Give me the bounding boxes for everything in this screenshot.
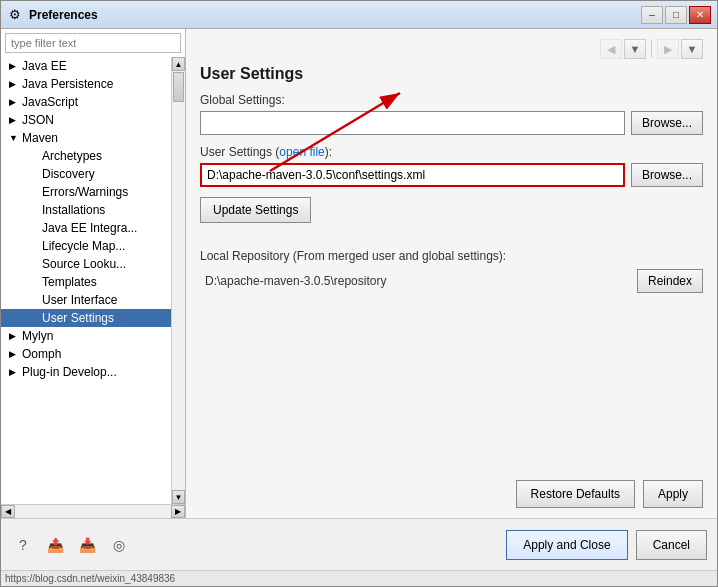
settings-button[interactable]: ◎ bbox=[107, 533, 131, 557]
back-dropdown-button[interactable]: ▼ bbox=[624, 39, 646, 59]
update-settings-container: Update Settings bbox=[200, 197, 703, 237]
sidebar-item-discovery[interactable]: Discovery bbox=[1, 165, 171, 183]
title-bar: ⚙ Preferences – □ ✕ bbox=[1, 1, 717, 29]
sidebar-item-label: Maven bbox=[22, 131, 58, 145]
sidebar-item-label: User Settings bbox=[42, 311, 114, 325]
sidebar-item-plugin-development[interactable]: ▶ Plug-in Develop... bbox=[1, 363, 171, 381]
panel-title: User Settings bbox=[200, 65, 703, 83]
sidebar-item-user-settings[interactable]: User Settings bbox=[1, 309, 171, 327]
sidebar-item-user-interface[interactable]: User Interface bbox=[1, 291, 171, 309]
import-icon: 📥 bbox=[79, 537, 96, 553]
sidebar-item-installations[interactable]: Installations bbox=[1, 201, 171, 219]
sidebar-item-java-ee[interactable]: ▶ Java EE bbox=[1, 57, 171, 75]
toolbar-separator bbox=[651, 40, 652, 58]
sidebar-item-label: Installations bbox=[42, 203, 105, 217]
global-settings-label: Global Settings: bbox=[200, 93, 703, 107]
minimize-button[interactable]: – bbox=[641, 6, 663, 24]
sidebar-item-errors-warnings[interactable]: Errors/Warnings bbox=[1, 183, 171, 201]
expand-arrow-icon: ▼ bbox=[9, 133, 19, 143]
title-bar-buttons: – □ ✕ bbox=[641, 6, 711, 24]
user-settings-text-prefix: User Settings ( bbox=[200, 145, 279, 159]
sidebar-item-mylyn[interactable]: ▶ Mylyn bbox=[1, 327, 171, 345]
local-repo-label: Local Repository (From merged user and g… bbox=[200, 249, 703, 263]
panel-actions: Restore Defaults Apply bbox=[200, 472, 703, 508]
user-settings-section-label: User Settings (open file): bbox=[200, 145, 703, 159]
forward-icon: ▶ bbox=[664, 43, 672, 56]
sidebar-item-java-ee-integration[interactable]: Java EE Integra... bbox=[1, 219, 171, 237]
sidebar-item-label: Java Persistence bbox=[22, 77, 113, 91]
close-button[interactable]: ✕ bbox=[689, 6, 711, 24]
apply-button[interactable]: Apply bbox=[643, 480, 703, 508]
open-file-link[interactable]: open file bbox=[279, 145, 324, 159]
sidebar-item-label: Plug-in Develop... bbox=[22, 365, 117, 379]
sidebar-item-javascript[interactable]: ▶ JavaScript bbox=[1, 93, 171, 111]
sidebar: ▶ Java EE ▶ Java Persistence ▶ JavaScrip… bbox=[1, 29, 186, 518]
user-settings-input[interactable] bbox=[200, 163, 625, 187]
footer-left: ? 📤 📥 ◎ bbox=[11, 533, 506, 557]
global-settings-input[interactable] bbox=[200, 111, 625, 135]
hscroll-track bbox=[15, 505, 171, 518]
scroll-down-button[interactable]: ▼ bbox=[172, 490, 185, 504]
sidebar-content-wrapper: ▶ Java EE ▶ Java Persistence ▶ JavaScrip… bbox=[1, 57, 185, 504]
forward-button[interactable]: ▶ bbox=[657, 39, 679, 59]
expand-arrow-icon: ▶ bbox=[9, 79, 19, 89]
sidebar-item-label: Archetypes bbox=[42, 149, 102, 163]
user-settings-row: Browse... bbox=[200, 163, 703, 187]
sidebar-item-label: Source Looku... bbox=[42, 257, 126, 271]
scroll-right-button[interactable]: ▶ bbox=[171, 505, 185, 518]
forward-dropdown-icon: ▼ bbox=[687, 43, 698, 55]
help-button[interactable]: ? bbox=[11, 533, 35, 557]
sidebar-tree: ▶ Java EE ▶ Java Persistence ▶ JavaScrip… bbox=[1, 57, 171, 504]
sidebar-item-templates[interactable]: Templates bbox=[1, 273, 171, 291]
sidebar-item-label: User Interface bbox=[42, 293, 117, 307]
window-icon: ⚙ bbox=[7, 7, 23, 23]
export-icon: 📤 bbox=[47, 537, 64, 553]
expand-arrow-icon: ▶ bbox=[9, 349, 19, 359]
status-url: https://blog.csdn.net/weixin_43849836 bbox=[5, 573, 175, 584]
sidebar-filter-input[interactable] bbox=[5, 33, 181, 53]
restore-defaults-button[interactable]: Restore Defaults bbox=[516, 480, 635, 508]
import-button[interactable]: 📥 bbox=[75, 533, 99, 557]
local-repo-path: D:\apache-maven-3.0.5\repository bbox=[200, 272, 631, 290]
apply-close-button[interactable]: Apply and Close bbox=[506, 530, 627, 560]
panel-toolbar: ◀ ▼ ▶ ▼ bbox=[200, 39, 703, 59]
maximize-button[interactable]: □ bbox=[665, 6, 687, 24]
sidebar-item-label: Discovery bbox=[42, 167, 95, 181]
back-button[interactable]: ◀ bbox=[600, 39, 622, 59]
sidebar-item-maven[interactable]: ▼ Maven bbox=[1, 129, 171, 147]
local-repo-row: D:\apache-maven-3.0.5\repository Reindex bbox=[200, 269, 703, 293]
footer-right: Apply and Close Cancel bbox=[506, 530, 707, 560]
status-bar: https://blog.csdn.net/weixin_43849836 bbox=[1, 570, 717, 586]
scroll-left-button[interactable]: ◀ bbox=[1, 505, 15, 518]
sidebar-item-label: Oomph bbox=[22, 347, 61, 361]
expand-arrow-icon: ▶ bbox=[9, 115, 19, 125]
sidebar-item-json[interactable]: ▶ JSON bbox=[1, 111, 171, 129]
settings-icon: ◎ bbox=[113, 537, 125, 553]
dropdown-icon: ▼ bbox=[630, 43, 641, 55]
sidebar-item-source-lookup[interactable]: Source Looku... bbox=[1, 255, 171, 273]
sidebar-vertical-scrollbar[interactable]: ▲ ▼ bbox=[171, 57, 185, 504]
scroll-thumb[interactable] bbox=[173, 72, 184, 102]
sidebar-horizontal-scrollbar[interactable]: ◀ ▶ bbox=[1, 504, 185, 518]
sidebar-item-oomph[interactable]: ▶ Oomph bbox=[1, 345, 171, 363]
footer: ? 📤 📥 ◎ Apply and Close Cancel bbox=[1, 518, 717, 570]
forward-dropdown-button[interactable]: ▼ bbox=[681, 39, 703, 59]
export-button[interactable]: 📤 bbox=[43, 533, 67, 557]
expand-arrow-icon: ▶ bbox=[9, 61, 19, 71]
user-settings-text-suffix: ): bbox=[325, 145, 332, 159]
window-title: Preferences bbox=[29, 8, 641, 22]
sidebar-item-lifecycle-mapping[interactable]: Lifecycle Map... bbox=[1, 237, 171, 255]
sidebar-item-java-persistence[interactable]: ▶ Java Persistence bbox=[1, 75, 171, 93]
scroll-up-button[interactable]: ▲ bbox=[172, 57, 185, 71]
reindex-button[interactable]: Reindex bbox=[637, 269, 703, 293]
sidebar-item-label: Java EE bbox=[22, 59, 67, 73]
update-settings-button[interactable]: Update Settings bbox=[200, 197, 311, 223]
sidebar-item-label: Mylyn bbox=[22, 329, 53, 343]
back-icon: ◀ bbox=[607, 43, 615, 56]
cancel-button[interactable]: Cancel bbox=[636, 530, 707, 560]
sidebar-item-archetypes[interactable]: Archetypes bbox=[1, 147, 171, 165]
expand-arrow-icon: ▶ bbox=[9, 367, 19, 377]
browse-global-button[interactable]: Browse... bbox=[631, 111, 703, 135]
expand-arrow-icon: ▶ bbox=[9, 331, 19, 341]
browse-user-button[interactable]: Browse... bbox=[631, 163, 703, 187]
